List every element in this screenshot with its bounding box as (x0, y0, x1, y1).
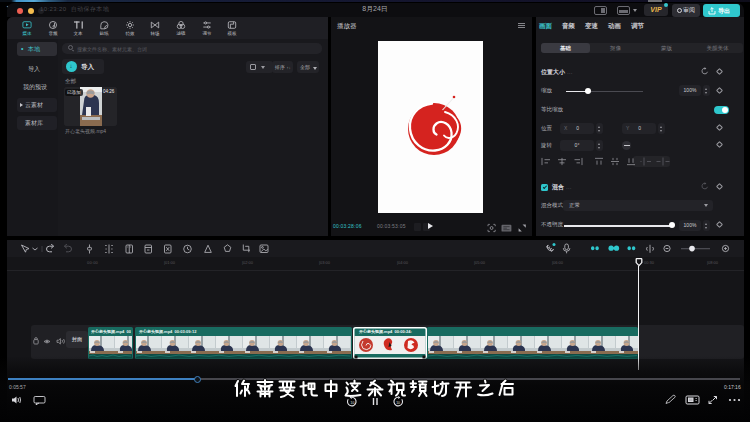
svg-text:10: 10 (351, 401, 355, 405)
svg-text:10: 10 (396, 401, 400, 405)
